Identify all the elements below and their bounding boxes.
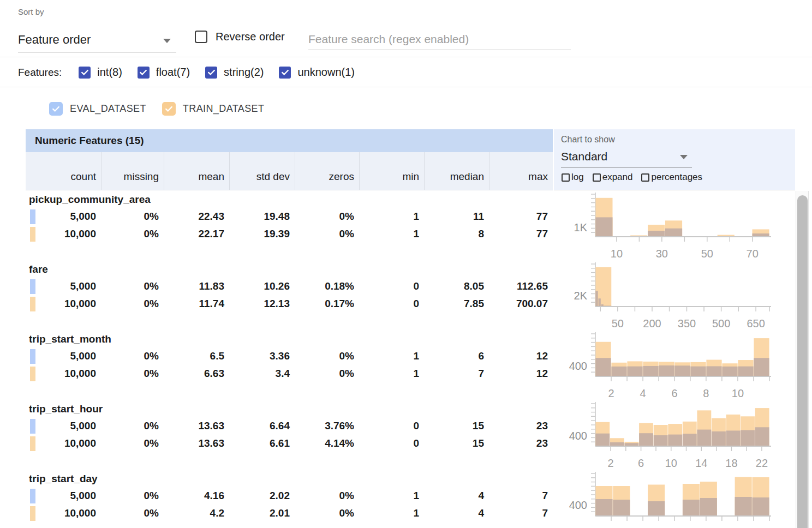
reverse-order-label: Reverse order xyxy=(216,31,285,43)
stat-cell: 13.63 xyxy=(164,435,229,452)
sort-by-dropdown[interactable]: Feature order xyxy=(18,31,176,52)
check-icon xyxy=(139,68,148,77)
chart-option-label: log xyxy=(571,172,584,183)
stat-cell: 4.14% xyxy=(295,435,359,452)
x-tick-label: 22 xyxy=(756,457,768,469)
numeric-features-title: Numeric Features (15) xyxy=(35,135,144,146)
stat-values-train: 10,0000%6.633.40%1712 xyxy=(26,365,553,382)
stat-cell: 112.65 xyxy=(489,278,553,295)
stat-cell: 6.63 xyxy=(164,365,229,382)
feature-type-checkbox[interactable] xyxy=(79,67,91,79)
y-axis-label: 400 xyxy=(569,499,587,511)
feature-row-fare: fare5,0000%11.8310.260.18%08.05112.6510,… xyxy=(0,261,795,331)
stat-cell: 5,000 xyxy=(26,208,101,225)
feature-name: fare xyxy=(29,263,48,275)
dataset-checkbox[interactable] xyxy=(162,102,176,116)
stat-cell: 5,000 xyxy=(26,487,101,505)
scrollbar-thumb[interactable] xyxy=(797,195,808,528)
stat-cell: 77 xyxy=(489,225,553,243)
feature-name: trip_start_hour xyxy=(29,403,103,415)
stat-cell: 12.13 xyxy=(229,295,295,313)
x-tick-label: 4 xyxy=(640,387,646,399)
chart-option-checkbox-expand[interactable] xyxy=(593,173,601,182)
histogram-trip_start_hour: 4002610141822 xyxy=(562,400,775,470)
feature-row-trip_start_day: trip_start_day5,0000%4.162.020%14710,000… xyxy=(0,470,795,528)
chart-option-checkbox-percentages[interactable] xyxy=(641,173,649,182)
column-header-mean: mean xyxy=(164,152,229,190)
stat-cell: 0 xyxy=(359,278,424,295)
chart-to-show-dropdown[interactable]: Standard xyxy=(561,148,692,167)
stat-cell: 0% xyxy=(101,487,164,505)
stat-cell: 1 xyxy=(359,347,424,365)
feature-type-checkbox[interactable] xyxy=(138,67,150,79)
column-header-max: max xyxy=(489,152,553,190)
x-tick-label: 10 xyxy=(611,248,623,260)
reverse-order-checkbox[interactable] xyxy=(195,31,207,43)
stat-cell: 12 xyxy=(489,365,553,382)
column-header-median: median xyxy=(424,152,489,190)
stat-cell: 10,000 xyxy=(26,225,101,243)
stats-column-header: countmissingmeanstd devzerosminmedianmax xyxy=(26,152,553,190)
dataset-checkbox[interactable] xyxy=(49,102,63,116)
x-tick-label: 6 xyxy=(638,457,644,469)
stat-cell: 10,000 xyxy=(26,435,101,452)
feature-type-checkbox[interactable] xyxy=(279,67,291,79)
feature-type-filter: float(7) xyxy=(138,66,190,79)
stat-cell: 7 xyxy=(489,487,553,505)
stat-cell: 0 xyxy=(359,295,424,313)
stat-cell: 7 xyxy=(424,365,489,382)
feature-name: pickup_community_area xyxy=(29,194,151,206)
x-tick-label: 6 xyxy=(672,387,678,399)
stat-values-train: 10,0000%13.636.614.14%01523 xyxy=(26,435,553,452)
chart-option-log: log xyxy=(562,172,584,183)
feature-type-checkbox[interactable] xyxy=(205,67,217,79)
stat-cell: 22.17 xyxy=(164,225,229,243)
feature-type-filter: unknown(1) xyxy=(279,66,355,79)
stat-cell: 2.02 xyxy=(229,487,295,505)
x-tick-label: 650 xyxy=(747,317,765,329)
dropdown-arrow-icon xyxy=(163,39,171,43)
feature-search-input[interactable] xyxy=(308,28,571,50)
stat-values-train: 10,0000%11.7412.130.17%07.85700.07 xyxy=(26,295,553,313)
x-tick-label: 350 xyxy=(678,317,696,329)
stat-values-train: 10,0000%4.22.010%147 xyxy=(26,505,553,522)
stat-cell: 0% xyxy=(101,417,164,435)
x-tick-label: 10 xyxy=(732,387,744,399)
stat-cell: 7.85 xyxy=(424,295,489,313)
y-axis-label: 400 xyxy=(569,430,587,442)
stat-cell: 19.48 xyxy=(229,208,295,225)
column-header-std-dev: std dev xyxy=(229,152,295,190)
stat-cell: 77 xyxy=(489,208,553,225)
stat-cell: 0.18% xyxy=(295,278,359,295)
feature-row-pickup_community_area: pickup_community_area5,0000%22.4319.480%… xyxy=(0,191,795,261)
stat-cell: 0 xyxy=(359,435,424,452)
stat-cell: 7 xyxy=(489,505,553,522)
stat-values-train: 10,0000%22.1719.390%1877 xyxy=(26,225,553,243)
stat-cell: 0% xyxy=(101,505,164,522)
stat-values-eval: 5,0000%13.636.643.76%01523 xyxy=(26,417,553,435)
stat-cell: 0% xyxy=(101,295,164,313)
feature-type-label: float(7) xyxy=(156,66,190,79)
x-tick-label: 500 xyxy=(712,317,730,329)
stat-cell: 0% xyxy=(101,208,164,225)
chart-option-percentages: percentages xyxy=(641,172,702,183)
stat-cell: 6.5 xyxy=(164,347,229,365)
stat-cell: 4.2 xyxy=(164,505,229,522)
chart-option-expand: expand xyxy=(593,172,633,183)
x-tick-label: 8 xyxy=(703,387,709,399)
stat-cell: 0% xyxy=(295,347,359,365)
toolbar: Sort by Feature order Reverse order xyxy=(0,0,812,57)
stat-cell: 10,000 xyxy=(26,505,101,522)
check-icon xyxy=(280,68,290,77)
x-tick-label: 2 xyxy=(608,387,614,399)
stat-cell: 0.17% xyxy=(295,295,359,313)
stat-values-eval: 5,0000%4.162.020%147 xyxy=(26,487,553,505)
stat-cell: 5,000 xyxy=(26,278,101,295)
stat-cell: 0% xyxy=(101,347,164,365)
stat-cell: 1 xyxy=(359,505,424,522)
column-header-min: min xyxy=(359,152,424,190)
chart-option-checkbox-log[interactable] xyxy=(562,173,570,182)
vertical-scrollbar[interactable] xyxy=(796,191,809,528)
stat-cell: 13.63 xyxy=(164,417,229,435)
chart-to-show-value: Standard xyxy=(561,150,607,163)
